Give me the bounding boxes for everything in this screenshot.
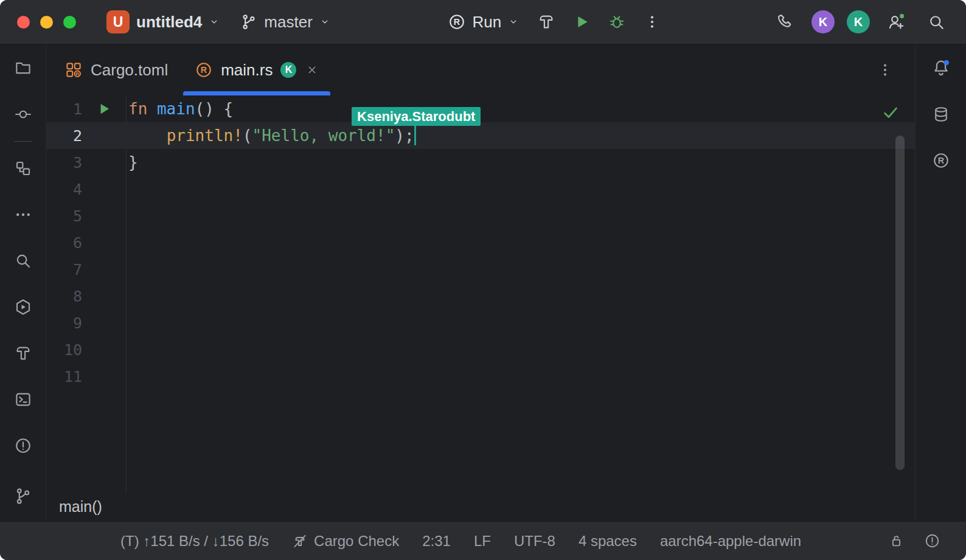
structure-tool-button[interactable] <box>7 153 39 184</box>
problems-tool-button[interactable] <box>7 430 39 461</box>
chevron-down-icon <box>209 16 220 27</box>
services-tool-button[interactable] <box>7 291 39 323</box>
code-token-plain <box>128 126 167 145</box>
code-line-text[interactable] <box>126 202 915 229</box>
problems-indicator-button[interactable] <box>924 533 940 549</box>
editor-line[interactable]: 8 <box>46 283 915 309</box>
more-actions-button[interactable] <box>638 8 666 36</box>
editor-line[interactable]: 3} <box>46 149 915 176</box>
vcs-branch-widget[interactable]: master <box>234 9 336 36</box>
kebab-menu-icon <box>644 13 661 30</box>
close-tab-button[interactable] <box>305 63 319 77</box>
line-number[interactable]: 1 <box>46 100 82 118</box>
line-number[interactable]: 11 <box>46 368 82 385</box>
more-dots-icon <box>14 206 32 224</box>
run-button[interactable] <box>568 8 596 36</box>
editor-scrollbar[interactable] <box>895 136 905 470</box>
project-tool-button[interactable] <box>7 52 39 84</box>
editor-line[interactable]: 4 <box>46 176 915 202</box>
run-line-marker[interactable] <box>82 95 126 122</box>
hammer-icon <box>537 13 555 31</box>
network-traffic-status[interactable]: (T) ↑151 B/s / ↓156 B/s <box>120 533 269 550</box>
gutter-marker-area <box>82 229 126 256</box>
database-tool-button[interactable] <box>925 99 957 130</box>
app-body: R Cargo.toml R main.rs K <box>0 44 966 521</box>
notifications-button[interactable] <box>925 52 957 84</box>
lock-icon <box>888 533 905 549</box>
collaborator-avatar[interactable]: K <box>811 10 835 33</box>
tab-cargo-toml[interactable]: R Cargo.toml <box>51 44 181 95</box>
code-line-text[interactable]: println!("Hello, world!");Kseniya.Starod… <box>126 122 915 149</box>
code-line-text[interactable]: fn main() { <box>126 95 915 122</box>
line-number[interactable]: 9 <box>46 314 82 332</box>
rust-tool-button[interactable]: R <box>925 145 957 176</box>
tab-options-button[interactable] <box>871 56 899 84</box>
commit-tool-button[interactable] <box>7 99 39 130</box>
editor[interactable]: 1fn main() {2 println!("Hello, world!");… <box>46 95 915 493</box>
more-tool-windows-button[interactable] <box>7 199 39 230</box>
find-tool-button[interactable] <box>7 245 39 277</box>
editor-line[interactable]: 10 <box>46 336 915 363</box>
line-separator-status[interactable]: LF <box>474 533 491 550</box>
indent-status[interactable]: 4 spaces <box>579 533 637 550</box>
minimize-window-button[interactable] <box>40 16 53 29</box>
breadcrumb-item[interactable]: main() <box>59 498 102 516</box>
readonly-lock-button[interactable] <box>888 533 905 549</box>
zoom-window-button[interactable] <box>63 16 76 29</box>
tab-main-rs[interactable]: R main.rs K <box>181 44 332 95</box>
search-everywhere-button[interactable] <box>922 8 950 36</box>
collaborator-follow-badge[interactable]: K <box>280 62 296 78</box>
user-avatar[interactable]: K <box>847 10 870 33</box>
line-number[interactable]: 2 <box>46 127 82 145</box>
gutter-marker-area <box>82 309 126 336</box>
cargo-check-status[interactable]: Cargo Check <box>292 533 399 550</box>
collaborator-caret <box>414 126 416 145</box>
terminal-tool-button[interactable] <box>7 384 39 415</box>
debug-button[interactable] <box>603 8 631 36</box>
editor-line[interactable]: 5 <box>46 202 915 229</box>
build-button[interactable] <box>532 8 560 36</box>
line-number[interactable]: 7 <box>46 261 82 278</box>
build-tool-button[interactable] <box>7 337 39 369</box>
line-number[interactable]: 3 <box>46 154 82 171</box>
version-control-tool-button[interactable] <box>7 480 39 512</box>
code-line-text[interactable] <box>126 283 915 309</box>
play-icon <box>572 13 591 31</box>
cargo-check-disabled-icon <box>292 533 308 549</box>
code-line-text[interactable] <box>126 309 915 336</box>
code-line-text[interactable] <box>126 229 915 256</box>
line-number[interactable]: 10 <box>46 341 82 359</box>
editor-line[interactable]: 2 println!("Hello, world!");Kseniya.Star… <box>46 122 915 149</box>
svg-text:R: R <box>75 71 79 77</box>
toolchain-status[interactable]: aarch64-apple-darwin <box>660 533 801 550</box>
line-number[interactable]: 8 <box>46 288 82 305</box>
editor-tab-bar: R Cargo.toml R main.rs K <box>46 44 915 95</box>
code-line-text[interactable] <box>126 363 915 390</box>
editor-line[interactable]: 6 <box>46 229 915 256</box>
caret-position-status[interactable]: 2:31 <box>422 533 451 550</box>
encoding-status[interactable]: UTF-8 <box>514 533 555 550</box>
line-number[interactable]: 5 <box>46 207 82 225</box>
editor-line[interactable]: 11 <box>46 363 915 390</box>
left-tool-stripe <box>0 44 46 521</box>
run-configuration-widget[interactable]: R Run <box>442 9 526 36</box>
editor-area: R Cargo.toml R main.rs K <box>46 44 915 521</box>
code-line-text[interactable]: } <box>126 149 915 176</box>
call-button[interactable] <box>771 8 799 36</box>
close-window-button[interactable] <box>17 16 30 29</box>
editor-line[interactable]: 9 <box>46 309 915 336</box>
line-number[interactable]: 4 <box>46 181 82 198</box>
line-number[interactable]: 6 <box>46 234 82 252</box>
project-widget[interactable]: U untitled4 <box>100 6 226 38</box>
project-name: untitled4 <box>136 13 202 32</box>
breadcrumb-bar: main() <box>46 493 915 521</box>
code-line-text[interactable] <box>126 256 915 283</box>
titlebar-right-group: K K <box>771 8 950 36</box>
code-line-text[interactable] <box>126 336 915 363</box>
exclamation-circle-icon <box>14 437 32 455</box>
editor-line[interactable]: 7 <box>46 256 915 283</box>
add-user-icon <box>886 12 906 32</box>
inspections-ok-icon[interactable] <box>881 103 900 125</box>
invite-user-button[interactable] <box>882 8 910 36</box>
code-line-text[interactable] <box>126 176 915 202</box>
